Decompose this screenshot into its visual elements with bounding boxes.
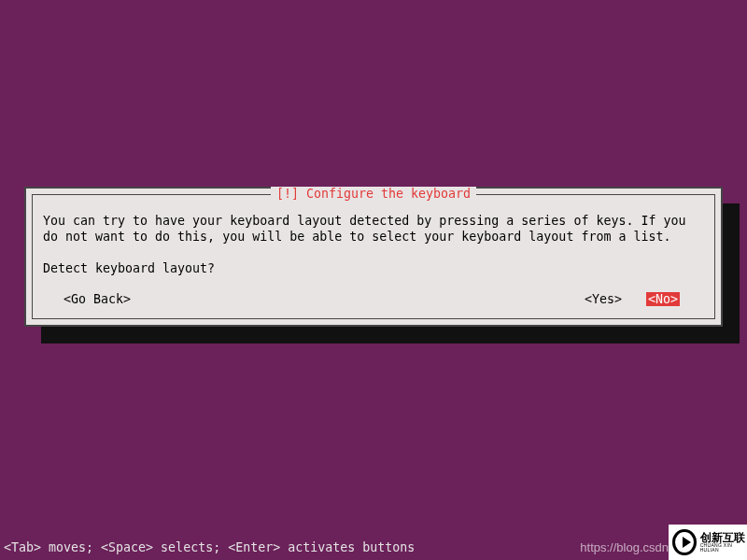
yes-button[interactable]: <Yes> — [585, 292, 622, 306]
dialog-prompt: Detect keyboard layout? — [43, 261, 704, 275]
dialog-window: [!] Configure the keyboard You can try t… — [24, 187, 723, 327]
watermark-icon — [672, 529, 697, 555]
watermark-text: 创新互联 CHUANG XIN HULIAN — [700, 532, 747, 553]
watermark-logo: 创新互联 CHUANG XIN HULIAN — [669, 525, 747, 560]
right-buttons: <Yes> <No> — [585, 292, 680, 306]
dialog-description: You can try to have your keyboard layout… — [43, 213, 704, 245]
no-button[interactable]: <No> — [646, 292, 680, 306]
dialog-panel: [!] Configure the keyboard You can try t… — [24, 187, 723, 327]
help-bar: <Tab> moves; <Space> selects; <Enter> ac… — [0, 540, 415, 554]
watermark-text-en: CHUANG XIN HULIAN — [700, 543, 747, 553]
source-url-text: https://blog.csdn — [580, 540, 669, 554]
button-row: <Go Back> <Yes> <No> — [43, 292, 704, 306]
go-back-button[interactable]: <Go Back> — [63, 292, 131, 306]
dialog-title: [!] Configure the keyboard — [271, 187, 476, 201]
